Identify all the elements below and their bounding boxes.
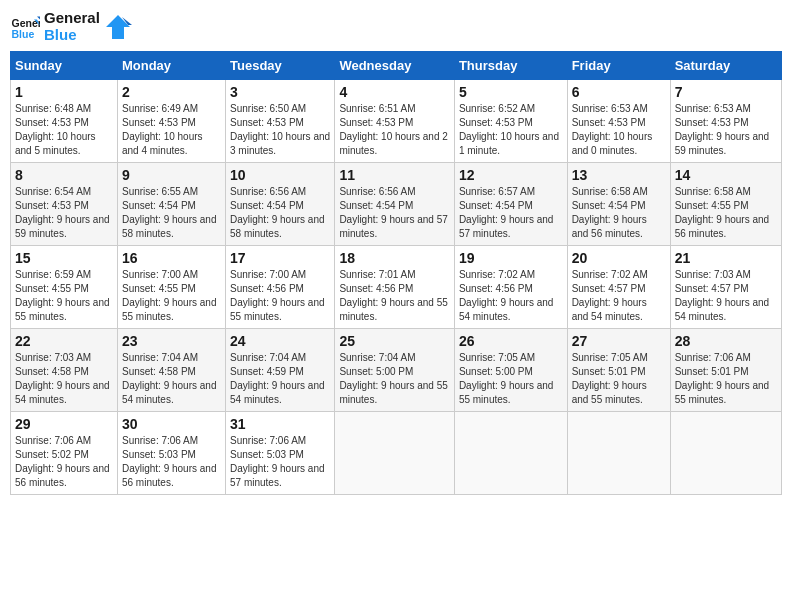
weekday-header-monday: Monday <box>117 52 225 80</box>
day-cell: 13 Sunrise: 6:58 AM Sunset: 4:54 PM Dayl… <box>567 163 670 246</box>
day-number: 5 <box>459 84 563 100</box>
week-row-5: 29 Sunrise: 7:06 AM Sunset: 5:02 PM Dayl… <box>11 412 782 495</box>
day-info: Sunrise: 7:06 AM Sunset: 5:03 PM Dayligh… <box>230 434 330 490</box>
weekday-header-saturday: Saturday <box>670 52 781 80</box>
day-info: Sunrise: 7:03 AM Sunset: 4:57 PM Dayligh… <box>675 268 777 324</box>
day-info: Sunrise: 6:57 AM Sunset: 4:54 PM Dayligh… <box>459 185 563 241</box>
day-info: Sunrise: 6:56 AM Sunset: 4:54 PM Dayligh… <box>230 185 330 241</box>
day-number: 15 <box>15 250 113 266</box>
day-cell: 31 Sunrise: 7:06 AM Sunset: 5:03 PM Dayl… <box>226 412 335 495</box>
day-number: 11 <box>339 167 450 183</box>
week-row-4: 22 Sunrise: 7:03 AM Sunset: 4:58 PM Dayl… <box>11 329 782 412</box>
day-cell: 28 Sunrise: 7:06 AM Sunset: 5:01 PM Dayl… <box>670 329 781 412</box>
day-info: Sunrise: 6:55 AM Sunset: 4:54 PM Dayligh… <box>122 185 221 241</box>
logo-blue: Blue <box>44 27 100 44</box>
week-row-3: 15 Sunrise: 6:59 AM Sunset: 4:55 PM Dayl… <box>11 246 782 329</box>
day-number: 6 <box>572 84 666 100</box>
day-cell: 25 Sunrise: 7:04 AM Sunset: 5:00 PM Dayl… <box>335 329 455 412</box>
day-cell: 9 Sunrise: 6:55 AM Sunset: 4:54 PM Dayli… <box>117 163 225 246</box>
day-number: 21 <box>675 250 777 266</box>
weekday-header-sunday: Sunday <box>11 52 118 80</box>
day-number: 19 <box>459 250 563 266</box>
day-number: 25 <box>339 333 450 349</box>
day-number: 8 <box>15 167 113 183</box>
day-number: 29 <box>15 416 113 432</box>
day-info: Sunrise: 7:06 AM Sunset: 5:02 PM Dayligh… <box>15 434 113 490</box>
day-cell <box>335 412 455 495</box>
logo-arrow-icon <box>104 13 132 41</box>
day-cell: 2 Sunrise: 6:49 AM Sunset: 4:53 PM Dayli… <box>117 80 225 163</box>
day-info: Sunrise: 6:51 AM Sunset: 4:53 PM Dayligh… <box>339 102 450 158</box>
day-info: Sunrise: 7:01 AM Sunset: 4:56 PM Dayligh… <box>339 268 450 324</box>
calendar-body: 1 Sunrise: 6:48 AM Sunset: 4:53 PM Dayli… <box>11 80 782 495</box>
day-info: Sunrise: 6:59 AM Sunset: 4:55 PM Dayligh… <box>15 268 113 324</box>
day-info: Sunrise: 7:03 AM Sunset: 4:58 PM Dayligh… <box>15 351 113 407</box>
day-cell: 16 Sunrise: 7:00 AM Sunset: 4:55 PM Dayl… <box>117 246 225 329</box>
logo-general: General <box>44 10 100 27</box>
day-info: Sunrise: 7:06 AM Sunset: 5:01 PM Dayligh… <box>675 351 777 407</box>
day-info: Sunrise: 6:52 AM Sunset: 4:53 PM Dayligh… <box>459 102 563 158</box>
day-number: 24 <box>230 333 330 349</box>
svg-marker-4 <box>106 15 130 39</box>
day-cell: 17 Sunrise: 7:00 AM Sunset: 4:56 PM Dayl… <box>226 246 335 329</box>
day-info: Sunrise: 7:04 AM Sunset: 4:58 PM Dayligh… <box>122 351 221 407</box>
day-info: Sunrise: 6:53 AM Sunset: 4:53 PM Dayligh… <box>572 102 666 158</box>
day-info: Sunrise: 6:58 AM Sunset: 4:55 PM Dayligh… <box>675 185 777 241</box>
day-cell: 8 Sunrise: 6:54 AM Sunset: 4:53 PM Dayli… <box>11 163 118 246</box>
day-info: Sunrise: 6:49 AM Sunset: 4:53 PM Dayligh… <box>122 102 221 158</box>
day-cell: 3 Sunrise: 6:50 AM Sunset: 4:53 PM Dayli… <box>226 80 335 163</box>
day-number: 4 <box>339 84 450 100</box>
day-cell: 15 Sunrise: 6:59 AM Sunset: 4:55 PM Dayl… <box>11 246 118 329</box>
day-info: Sunrise: 6:58 AM Sunset: 4:54 PM Dayligh… <box>572 185 666 241</box>
day-number: 23 <box>122 333 221 349</box>
day-number: 1 <box>15 84 113 100</box>
logo-icon: General Blue <box>10 12 40 42</box>
day-info: Sunrise: 7:04 AM Sunset: 5:00 PM Dayligh… <box>339 351 450 407</box>
day-cell <box>567 412 670 495</box>
day-number: 26 <box>459 333 563 349</box>
day-cell: 24 Sunrise: 7:04 AM Sunset: 4:59 PM Dayl… <box>226 329 335 412</box>
day-cell: 11 Sunrise: 6:56 AM Sunset: 4:54 PM Dayl… <box>335 163 455 246</box>
day-number: 27 <box>572 333 666 349</box>
weekday-header-row: SundayMondayTuesdayWednesdayThursdayFrid… <box>11 52 782 80</box>
day-info: Sunrise: 6:53 AM Sunset: 4:53 PM Dayligh… <box>675 102 777 158</box>
day-number: 22 <box>15 333 113 349</box>
day-info: Sunrise: 7:02 AM Sunset: 4:57 PM Dayligh… <box>572 268 666 324</box>
day-number: 10 <box>230 167 330 183</box>
weekday-header-wednesday: Wednesday <box>335 52 455 80</box>
day-number: 2 <box>122 84 221 100</box>
header: General Blue General Blue <box>10 10 782 43</box>
day-cell: 1 Sunrise: 6:48 AM Sunset: 4:53 PM Dayli… <box>11 80 118 163</box>
day-cell: 20 Sunrise: 7:02 AM Sunset: 4:57 PM Dayl… <box>567 246 670 329</box>
day-cell: 23 Sunrise: 7:04 AM Sunset: 4:58 PM Dayl… <box>117 329 225 412</box>
day-number: 30 <box>122 416 221 432</box>
day-number: 9 <box>122 167 221 183</box>
calendar-table: SundayMondayTuesdayWednesdayThursdayFrid… <box>10 51 782 495</box>
day-info: Sunrise: 6:48 AM Sunset: 4:53 PM Dayligh… <box>15 102 113 158</box>
day-cell: 27 Sunrise: 7:05 AM Sunset: 5:01 PM Dayl… <box>567 329 670 412</box>
day-number: 17 <box>230 250 330 266</box>
day-cell: 5 Sunrise: 6:52 AM Sunset: 4:53 PM Dayli… <box>454 80 567 163</box>
weekday-header-friday: Friday <box>567 52 670 80</box>
day-number: 14 <box>675 167 777 183</box>
day-cell: 29 Sunrise: 7:06 AM Sunset: 5:02 PM Dayl… <box>11 412 118 495</box>
weekday-header-tuesday: Tuesday <box>226 52 335 80</box>
day-cell: 19 Sunrise: 7:02 AM Sunset: 4:56 PM Dayl… <box>454 246 567 329</box>
day-cell: 10 Sunrise: 6:56 AM Sunset: 4:54 PM Dayl… <box>226 163 335 246</box>
day-cell: 14 Sunrise: 6:58 AM Sunset: 4:55 PM Dayl… <box>670 163 781 246</box>
day-cell: 12 Sunrise: 6:57 AM Sunset: 4:54 PM Dayl… <box>454 163 567 246</box>
day-info: Sunrise: 7:04 AM Sunset: 4:59 PM Dayligh… <box>230 351 330 407</box>
day-number: 7 <box>675 84 777 100</box>
day-info: Sunrise: 7:06 AM Sunset: 5:03 PM Dayligh… <box>122 434 221 490</box>
day-cell: 18 Sunrise: 7:01 AM Sunset: 4:56 PM Dayl… <box>335 246 455 329</box>
day-number: 3 <box>230 84 330 100</box>
svg-text:Blue: Blue <box>12 27 35 39</box>
day-info: Sunrise: 6:54 AM Sunset: 4:53 PM Dayligh… <box>15 185 113 241</box>
day-number: 13 <box>572 167 666 183</box>
day-number: 16 <box>122 250 221 266</box>
day-info: Sunrise: 7:02 AM Sunset: 4:56 PM Dayligh… <box>459 268 563 324</box>
day-number: 12 <box>459 167 563 183</box>
day-number: 28 <box>675 333 777 349</box>
day-cell: 30 Sunrise: 7:06 AM Sunset: 5:03 PM Dayl… <box>117 412 225 495</box>
day-cell: 21 Sunrise: 7:03 AM Sunset: 4:57 PM Dayl… <box>670 246 781 329</box>
